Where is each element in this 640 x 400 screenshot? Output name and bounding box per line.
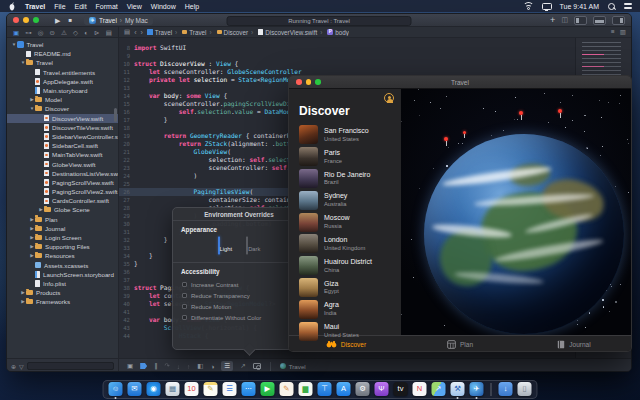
dock-item-divider[interactable] [491, 383, 492, 396]
file-tree-item-products[interactable]: ▶Products [7, 288, 118, 297]
line-number[interactable]: 17 [119, 116, 134, 124]
line-number[interactable]: 34 [119, 252, 134, 260]
map-pin[interactable] [558, 109, 562, 113]
dock-item-podcasts[interactable]: Ψ [375, 382, 389, 396]
toggle-debug-area-button[interactable] [593, 16, 606, 25]
menu-item-format[interactable]: Format [96, 3, 118, 10]
toggle-navigator-button[interactable] [574, 16, 587, 25]
dock-item-messages[interactable]: ⋯ [242, 382, 256, 396]
run-button[interactable]: ▶ [55, 14, 60, 27]
stop-button[interactable]: ■ [68, 14, 72, 27]
adjust-editor-icon[interactable]: ≡ [611, 28, 615, 36]
navigator-tab-issue-navigator[interactable]: ⚠ [61, 27, 67, 38]
dock-item-mail[interactable]: ✉ [128, 382, 142, 396]
library-add-button[interactable]: + [550, 14, 555, 27]
checkbox[interactable] [182, 282, 187, 287]
filter-funnel-icon[interactable]: ▽ [19, 363, 24, 370]
debug-view-hierarchy-icon[interactable]: ◧ [197, 362, 203, 370]
line-number[interactable]: 38 [119, 284, 134, 292]
file-tree-item-cardscontroller-swift[interactable]: CardsController.swift [7, 196, 118, 205]
line-number[interactable]: 13 [119, 84, 134, 92]
file-tree-item-globe-scene[interactable]: ▶Globe Scene [7, 205, 118, 214]
screenshot-icon[interactable] [253, 363, 261, 369]
line-number[interactable]: 42 [119, 316, 134, 324]
file-tree-item-readme-md[interactable]: README.md [7, 49, 118, 58]
dock-item-downloads-folder[interactable]: ↓ [499, 382, 513, 396]
navigator-tab-report-navigator[interactable]: ▤ [106, 27, 112, 38]
file-tree-item-discoverview-swift[interactable]: DiscoverView.swift [7, 114, 118, 123]
line-number[interactable]: 9 [119, 52, 134, 60]
dock-item-keynote[interactable]: ⊤ [318, 382, 332, 396]
close-button[interactable] [13, 17, 19, 23]
debug-appearance-icon[interactable]: ◑ [211, 363, 215, 370]
filter-field[interactable] [27, 362, 114, 370]
appearance-mode-light[interactable]: Light [218, 237, 233, 255]
map-pin[interactable] [519, 111, 523, 115]
earth-globe[interactable] [424, 134, 624, 334]
project-navigator-panel[interactable]: ▼TravelREADME.md▼TravelTravel.entitlemen… [7, 38, 119, 358]
accessibility-option[interactable]: Reduce Motion [173, 301, 305, 312]
accessibility-option[interactable]: Differentiate Without Color [173, 312, 305, 323]
breadcrumb-segment-body[interactable]: P body [317, 29, 349, 36]
line-number[interactable]: 33 [119, 244, 134, 252]
menu-bar-clock[interactable]: Tue 9:41 AM [560, 3, 599, 10]
tab-journal[interactable]: Journal [517, 340, 631, 349]
navigator-tab-test-navigator[interactable]: ◇ [73, 27, 78, 38]
line-number[interactable]: 11 [119, 68, 134, 76]
file-tree-item-destinationslistview-swift[interactable]: DestinationsListView.swift [7, 169, 118, 178]
file-tree-item-discovertileview-swift[interactable]: DiscoverTileView.swift [7, 123, 118, 132]
line-number[interactable]: 30 [119, 220, 134, 228]
environment-overrides-icon[interactable]: ☰ [221, 361, 233, 371]
back-button[interactable]: ‹ [134, 29, 136, 36]
map-pin[interactable] [444, 137, 448, 141]
file-tree-item-discover[interactable]: ▼Discover [7, 104, 118, 113]
line-number[interactable]: 29 [119, 212, 134, 220]
step-out-icon[interactable]: ↑ [187, 363, 190, 370]
display-icon[interactable] [542, 3, 552, 10]
navigator-tab-find-navigator[interactable]: ⊙ [50, 27, 55, 38]
simulate-location-icon[interactable]: ↗ [240, 362, 245, 370]
line-number[interactable]: 14 [119, 92, 134, 100]
menu-item-view[interactable]: View [127, 3, 142, 10]
dock-item-reminders[interactable]: ☰ [223, 382, 237, 396]
file-tree-item-travel[interactable]: ▼Travel [7, 40, 118, 49]
navigator-tab-debug-navigator[interactable]: ◐ [84, 27, 88, 38]
dock-item-news[interactable]: N [413, 382, 427, 396]
city-list-item-giza[interactable]: Giza Egypt [289, 277, 401, 299]
line-number[interactable]: 35 [119, 260, 134, 268]
city-list-item-huairou-district[interactable]: Huairou District China [289, 255, 401, 277]
line-number[interactable]: 43 [119, 324, 134, 332]
menu-item-file[interactable]: File [54, 3, 65, 10]
dock-item-numbers[interactable]: ▆ [299, 382, 313, 396]
navigator-tab-source-control-navigator[interactable]: ⊶ [25, 27, 32, 38]
city-list-item-maui[interactable]: Maui United States [289, 320, 401, 342]
accessibility-option[interactable]: Increase Contrast [173, 279, 305, 290]
line-number[interactable]: 25 [119, 180, 134, 188]
city-list-item-london[interactable]: London United Kingdom [289, 233, 401, 255]
dock-item-maps[interactable]: ↗ [432, 382, 446, 396]
toggle-inspector-button[interactable] [612, 16, 625, 25]
file-tree-item-globeview-swift[interactable]: GlobeView.swift [7, 159, 118, 168]
line-number[interactable]: 10 [119, 60, 134, 68]
hide-debug-area-icon[interactable]: ▣ [127, 362, 133, 370]
breadcrumb-segment-discover[interactable]: Discover [206, 29, 248, 36]
step-into-icon[interactable]: ↓ [177, 363, 180, 370]
checkbox[interactable] [182, 304, 187, 309]
minimap-toggle-icon[interactable]: ▥ [620, 28, 626, 36]
file-tree-item-info-plist[interactable]: Info.plist [7, 279, 118, 288]
line-number[interactable]: 23 [119, 164, 134, 172]
navigator-tab-symbol-navigator[interactable]: ◎ [38, 27, 44, 38]
file-tree-item-supporting-files[interactable]: ▶Supporting Files [7, 242, 118, 251]
city-list-item-paris[interactable]: Paris France [289, 146, 401, 168]
dock-item-tv[interactable]: tv [394, 382, 408, 396]
checkbox[interactable] [182, 315, 187, 320]
menu-item-window[interactable]: Window [151, 3, 176, 10]
line-number[interactable]: 27 [119, 196, 134, 204]
file-tree-item-travel[interactable]: ▼Travel [7, 58, 118, 67]
file-tree-item-pagingscrollview2-swift[interactable]: PagingScrollView2.swift [7, 187, 118, 196]
navigator-tab-project-navigator[interactable]: ▣ [13, 27, 19, 38]
menu-item-edit[interactable]: Edit [75, 3, 87, 10]
dock-item-notes[interactable]: ✎ [204, 382, 218, 396]
line-number[interactable]: 28 [119, 204, 134, 212]
city-list-item-moscow[interactable]: Moscow Russia [289, 211, 401, 233]
